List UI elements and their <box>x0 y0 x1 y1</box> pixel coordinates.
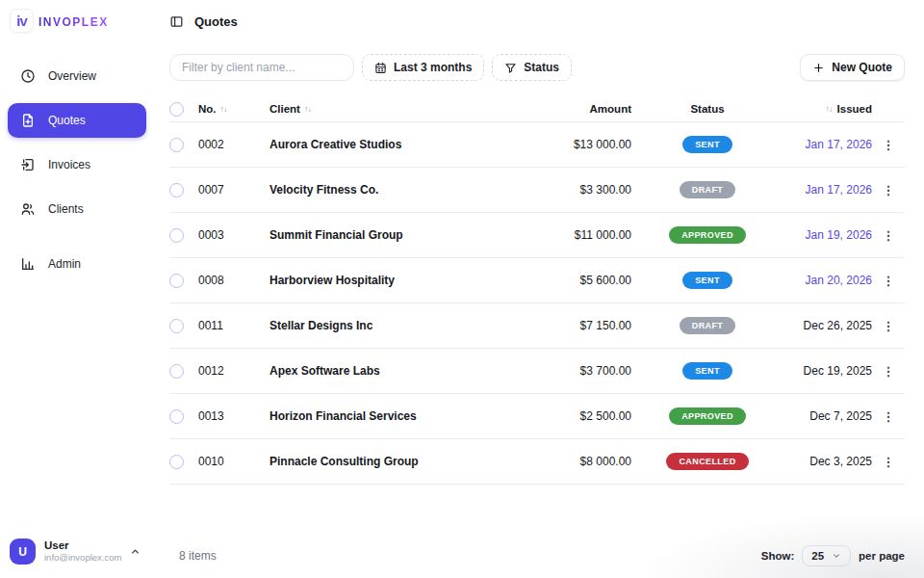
status-badge: CANCELLED <box>666 453 748 470</box>
items-count: 8 items <box>179 549 217 563</box>
sidebar: iv invoplex Overview Quotes Invoices C <box>0 0 154 578</box>
table-body: 0002 Aurora Creative Studios $13 000.00 … <box>169 122 905 485</box>
quote-number: 0013 <box>198 409 270 423</box>
brand-logo: iv invoplex <box>8 9 146 33</box>
table-header-row: No. ↑↓ Client ↑↓ Amount Status ↑↓ Issued <box>169 96 905 122</box>
row-menu-button[interactable]: ⋮ <box>883 184 895 197</box>
client-name: Velocity Fitness Co. <box>270 183 510 197</box>
status-cell: APPROVED <box>635 226 780 244</box>
header-no[interactable]: No. ↑↓ <box>198 103 270 115</box>
sidebar-item-quotes[interactable]: Quotes <box>8 103 146 138</box>
status-cell: SENT <box>635 362 780 380</box>
main-content: Quotes Last 3 months Status New Quote <box>154 0 924 578</box>
toolbar: Last 3 months Status New Quote <box>169 54 905 81</box>
client-name: Pinnacle Consulting Group <box>270 455 510 468</box>
header-issued[interactable]: ↑↓ Issued <box>780 103 872 115</box>
sidebar-item-invoices[interactable]: Invoices <box>8 147 146 182</box>
funnel-icon <box>504 62 517 74</box>
user-name: User <box>44 539 121 552</box>
select-all-checkbox[interactable] <box>169 102 184 117</box>
chevron-down-icon <box>832 551 841 561</box>
page-title: Quotes <box>194 14 238 29</box>
sidebar-item-overview[interactable]: Overview <box>8 59 146 93</box>
topbar: Quotes <box>169 0 905 41</box>
sidebar-item-label: Clients <box>48 202 84 216</box>
page-size-group: Show: 25 per page <box>761 545 905 566</box>
sort-icon: ↑↓ <box>220 104 227 114</box>
quote-amount: $13 000.00 <box>510 138 635 151</box>
panel-left-icon[interactable] <box>169 14 184 29</box>
table-row: 0008 Harborview Hospitality $5 600.00 SE… <box>169 258 905 303</box>
date-range-filter-label: Last 3 months <box>394 61 472 74</box>
sidebar-item-admin[interactable]: Admin <box>8 247 146 281</box>
row-checkbox[interactable] <box>169 183 184 197</box>
status-cell: APPROVED <box>635 407 780 425</box>
status-badge: DRAFT <box>680 317 736 334</box>
table-row: 0012 Apex Software Labs $3 700.00 SENT D… <box>169 349 905 394</box>
new-quote-label: New Quote <box>832 61 892 74</box>
status-badge: SENT <box>682 272 732 289</box>
quote-amount: $2 500.00 <box>510 409 635 423</box>
users-icon <box>20 201 36 217</box>
brand-name: invoplex <box>38 12 109 31</box>
row-checkbox[interactable] <box>169 364 184 379</box>
status-badge: APPROVED <box>669 407 746 425</box>
status-cell: SENT <box>635 272 780 289</box>
row-checkbox[interactable] <box>169 228 184 243</box>
issued-date: Jan 19, 2026 <box>780 228 872 242</box>
row-checkbox[interactable] <box>169 138 184 152</box>
status-filter-button[interactable]: Status <box>492 54 572 81</box>
date-range-filter-button[interactable]: Last 3 months <box>362 54 484 81</box>
issued-date: Dec 3, 2025 <box>780 455 872 468</box>
user-meta: User info@invoplex.com <box>44 539 121 563</box>
bar-chart-icon <box>20 256 36 272</box>
issued-date: Jan 17, 2026 <box>780 183 872 197</box>
sort-icon: ↑↓ <box>304 104 311 114</box>
new-quote-button[interactable]: New Quote <box>800 54 905 81</box>
page-size-select[interactable]: 25 <box>802 545 851 566</box>
row-menu-button[interactable]: ⋮ <box>883 275 895 287</box>
client-name: Aurora Creative Studios <box>270 138 510 151</box>
quote-amount: $8 000.00 <box>510 455 635 468</box>
show-label: Show: <box>761 550 795 562</box>
row-checkbox[interactable] <box>169 409 184 424</box>
row-menu-button[interactable]: ⋮ <box>883 320 895 332</box>
avatar: U <box>10 539 36 565</box>
status-filter-label: Status <box>524 61 559 74</box>
status-badge: DRAFT <box>680 181 736 198</box>
clock-icon <box>20 68 36 84</box>
row-checkbox[interactable] <box>169 455 184 469</box>
table-row: 0007 Velocity Fitness Co. $3 300.00 DRAF… <box>169 168 905 213</box>
issued-date: Jan 17, 2026 <box>780 138 872 151</box>
brand-mark-icon: iv <box>10 9 34 33</box>
quote-number: 0011 <box>198 319 270 332</box>
file-plus-icon <box>20 113 36 128</box>
per-page-label: per page <box>859 550 905 562</box>
sidebar-item-clients[interactable]: Clients <box>8 192 146 226</box>
header-status[interactable]: Status <box>635 103 780 115</box>
header-client[interactable]: Client ↑↓ <box>270 103 510 115</box>
row-checkbox[interactable] <box>169 319 184 333</box>
quote-number: 0008 <box>198 274 270 287</box>
table-row: 0002 Aurora Creative Studios $13 000.00 … <box>169 122 905 168</box>
issued-date: Dec 26, 2025 <box>780 319 872 332</box>
table-row: 0011 Stellar Designs Inc $7 150.00 DRAFT… <box>169 303 905 349</box>
header-amount[interactable]: Amount <box>510 103 635 115</box>
plus-icon <box>812 62 825 74</box>
issued-date: Dec 19, 2025 <box>780 364 872 378</box>
user-menu[interactable]: U User info@invoplex.com <box>8 539 146 565</box>
row-menu-button[interactable]: ⋮ <box>883 410 895 423</box>
sidebar-nav: Overview Quotes Invoices Clients Admin <box>8 59 146 281</box>
row-menu-button[interactable]: ⋮ <box>883 456 895 468</box>
quote-number: 0012 <box>198 364 270 378</box>
client-filter-input[interactable] <box>169 54 354 81</box>
sidebar-item-label: Invoices <box>48 158 90 171</box>
row-menu-button[interactable]: ⋮ <box>883 365 895 378</box>
status-badge: APPROVED <box>669 226 746 244</box>
quote-number: 0002 <box>198 138 270 151</box>
row-checkbox[interactable] <box>169 274 184 288</box>
sidebar-item-label: Quotes <box>48 114 86 127</box>
row-menu-button[interactable]: ⋮ <box>883 139 895 151</box>
row-menu-button[interactable]: ⋮ <box>883 229 895 242</box>
client-name: Horizon Financial Services <box>270 409 510 423</box>
